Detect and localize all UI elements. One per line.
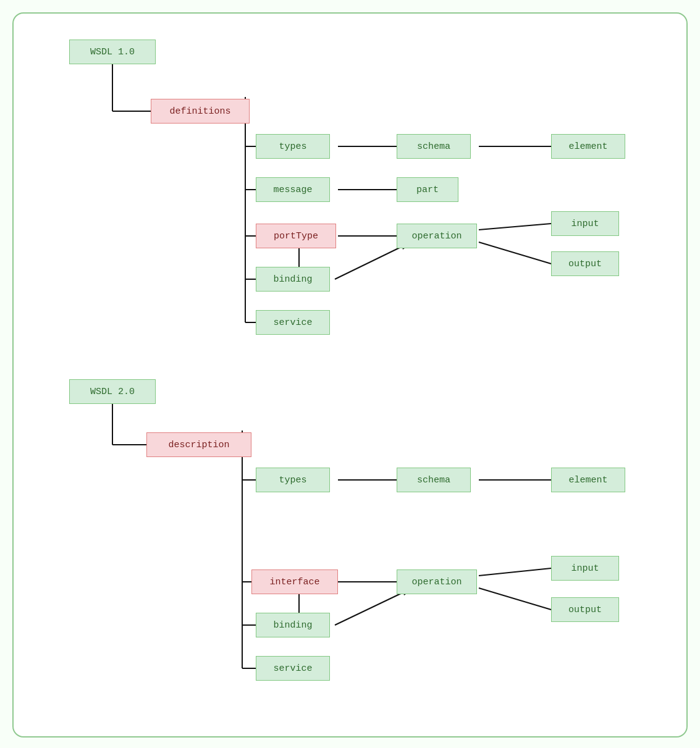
service2-node: service [256,656,330,681]
part-node: part [397,177,458,202]
element2-node: element [551,468,625,492]
binding2-node: binding [256,613,330,637]
output2-node: output [551,597,619,622]
svg-line-28 [479,242,551,264]
svg-line-55 [479,568,551,576]
definitions-node: definitions [151,99,250,124]
types2-node: types [256,468,330,492]
wsdl2-label: WSDL 2.0 [69,379,156,404]
wsdl2-section: WSDL 2.0 description types schema elemen… [32,372,668,718]
binding1-node: binding [256,267,330,292]
wsdl2-svg [32,372,670,718]
svg-line-61 [335,591,406,625]
wsdl1-label: WSDL 1.0 [69,40,156,64]
input2-node: input [551,556,619,581]
svg-line-32 [335,245,405,279]
operation1-node: operation [397,224,477,248]
service1-node: service [256,310,330,335]
porttype-node: portType [256,224,336,248]
description-node: description [146,432,251,457]
svg-line-26 [479,224,551,230]
types1-node: types [256,134,330,159]
interface-node: interface [251,569,338,594]
operation2-node: operation [397,569,477,594]
schema2-node: schema [397,468,471,492]
wsdl1-svg [32,32,670,359]
schema1-node: schema [397,134,471,159]
wsdl1-section: WSDL 1.0 definitions types schema elemen… [32,32,668,359]
message-node: message [256,177,330,202]
svg-line-57 [479,588,551,610]
main-container: WSDL 1.0 definitions types schema elemen… [12,12,688,737]
input1-node: input [551,211,619,236]
output1-node: output [551,251,619,276]
element1-node: element [551,134,625,159]
